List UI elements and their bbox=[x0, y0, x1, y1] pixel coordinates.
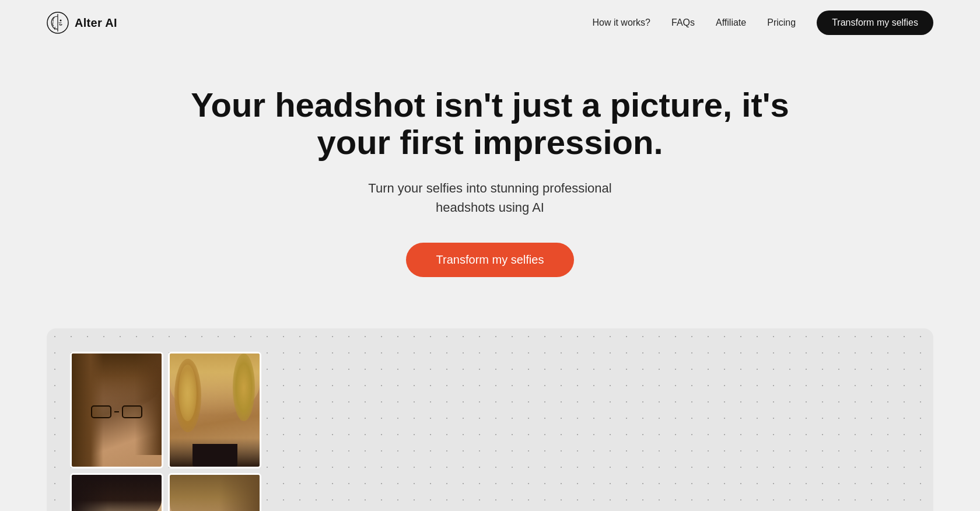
photo-card-1 bbox=[70, 352, 163, 468]
photo-card-3 bbox=[70, 473, 163, 511]
hero-cta-button[interactable]: Transform my selfies bbox=[406, 243, 575, 277]
hero-section: Your headshot isn't just a picture, it's… bbox=[0, 46, 980, 300]
nav-cta-button[interactable]: Transform my selfies bbox=[817, 10, 933, 35]
photo-card-4 bbox=[168, 473, 261, 511]
navbar: Alter AI How it works? FAQs Affiliate Pr… bbox=[0, 0, 980, 46]
logo-icon bbox=[47, 12, 69, 34]
photo-card-2 bbox=[168, 352, 261, 468]
nav-affiliate[interactable]: Affiliate bbox=[716, 18, 746, 28]
photo-gallery bbox=[70, 352, 261, 511]
hero-subtitle: Turn your selfies into stunning professi… bbox=[338, 178, 642, 217]
logo[interactable]: Alter AI bbox=[47, 12, 117, 34]
nav-links: How it works? FAQs Affiliate Pricing Tra… bbox=[592, 10, 933, 35]
logo-text: Alter AI bbox=[75, 16, 117, 30]
nav-faqs[interactable]: FAQs bbox=[671, 18, 695, 28]
nav-pricing[interactable]: Pricing bbox=[767, 18, 796, 28]
nav-how-it-works[interactable]: How it works? bbox=[592, 18, 650, 28]
svg-point-1 bbox=[60, 20, 62, 22]
gallery-section: › › bbox=[47, 328, 933, 511]
hero-title: Your headshot isn't just a picture, it's… bbox=[169, 86, 811, 161]
